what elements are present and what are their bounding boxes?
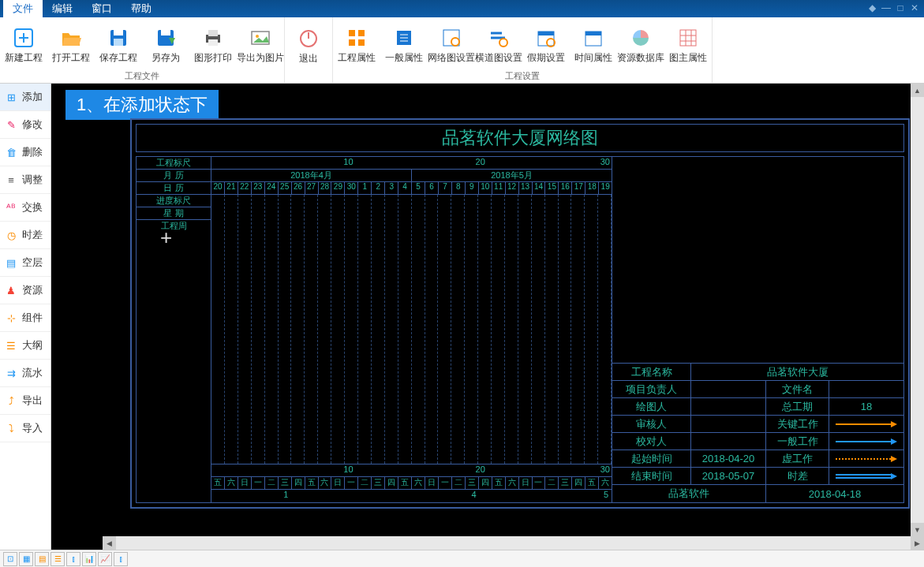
scrollbar-horizontal[interactable]: ◀▶ (103, 536, 924, 550)
person-icon: ♟ (5, 284, 17, 297)
general-prop-button[interactable]: 一般属性 (380, 17, 428, 69)
ribbon-group-label-file: 工程文件 (125, 69, 159, 83)
sidebar-swap[interactable]: ᴬᴮ交换 (0, 194, 51, 222)
svg-rect-32 (585, 32, 601, 35)
scrollbar-vertical[interactable]: ▲▼ (911, 84, 924, 536)
view-mode-4[interactable]: ☰ (51, 552, 65, 566)
net-settings-button[interactable]: 网络图设置 (428, 17, 475, 69)
grid-body[interactable] (211, 195, 612, 464)
sidebar-add[interactable]: ⊞添加 (0, 84, 51, 111)
project-prop-button[interactable]: 工程属性 (333, 17, 380, 69)
sidebar-import[interactable]: ⤵导入 (0, 415, 51, 442)
export-image-button[interactable]: 导出为图片 (237, 17, 284, 69)
svg-rect-15 (349, 30, 355, 36)
diagram-title: 品茗软件大厦网络图 (136, 124, 904, 152)
resource-db-button[interactable]: 资源数据库 (617, 17, 664, 69)
weekday-row: 五六日一二三四五六日一二三四五六日一二三四五六日一二三四五六 (211, 477, 612, 490)
scroll-right-icon[interactable]: ▶ (911, 536, 924, 550)
view-mode-8[interactable]: ⫿ (114, 552, 128, 566)
svg-rect-33 (680, 30, 696, 46)
new-project-button[interactable]: 新建工程 (0, 17, 47, 69)
hdr-week: 星 期 (137, 207, 211, 219)
hdr-progress: 进度标尺 (137, 195, 211, 207)
month-row: 2018年4月2018年5月 (211, 170, 612, 182)
scale-row-bottom: 102030 (211, 464, 612, 477)
view-mode-2[interactable]: ▦ (19, 552, 33, 566)
projweek-row: 145 (211, 490, 612, 502)
hdr-scale: 工程标尺 (137, 157, 211, 169)
component-icon: ⊹ (5, 311, 17, 324)
menubar: 文件 编辑 窗口 帮助 ◆ — □ ✕ (0, 0, 924, 17)
hdr-projweek: 工程周 (137, 220, 211, 233)
svg-rect-18 (358, 39, 365, 46)
view-mode-6[interactable]: 📊 (82, 552, 96, 566)
holiday-settings-button[interactable]: 假期设置 (522, 17, 570, 69)
scroll-left-icon[interactable]: ◀ (103, 536, 116, 550)
sidebar-outline[interactable]: ☰大纲 (0, 332, 51, 360)
export-icon: ⤴ (5, 394, 17, 407)
ribbon: 新建工程 打开工程 保存工程 另存为 图形打印 导出为图片 工程文件 退出 工程… (0, 17, 924, 84)
hdr-month: 月 历 (137, 170, 211, 181)
view-mode-5[interactable]: ⫿ (66, 552, 80, 566)
day-row: 2021222324252627282930123456789101112131… (211, 182, 612, 195)
saveas-button[interactable]: 另存为 (142, 17, 189, 69)
minimize-icon[interactable]: — (880, 2, 892, 14)
open-project-button[interactable]: 打开工程 (47, 17, 95, 69)
svg-rect-5 (114, 39, 123, 46)
plus-icon: ⊞ (5, 91, 17, 103)
network-diagram: 品茗软件大厦网络图 工程标尺 月 历 日 历 进度标尺 星 期 工程周 1020… (130, 118, 910, 509)
sidebar-flow[interactable]: ⇉流水 (0, 360, 51, 387)
sidebar-timediff[interactable]: ◷时差 (0, 222, 51, 249)
svg-rect-16 (358, 30, 365, 36)
slider-icon: ≡ (5, 173, 17, 186)
menu-file[interactable]: 文件 (3, 0, 43, 17)
canvas[interactable]: 1、在添加状态下 + 品茗软件大厦网络图 工程标尺 月 历 日 历 进度标尺 星… (51, 84, 924, 550)
statusbar: ⊡ ▦ ▤ ☰ ⫿ 📊 📈 ⫿ (0, 550, 924, 567)
sidebar-component[interactable]: ⊹组件 (0, 304, 51, 332)
ribbon-group-label-settings: 工程设置 (505, 69, 540, 83)
swap-icon: ᴬᴮ (5, 201, 17, 214)
svg-rect-4 (114, 30, 123, 35)
hdr-day: 日 历 (137, 182, 211, 194)
edit-icon: ✎ (5, 118, 17, 131)
close-icon[interactable]: ✕ (908, 2, 921, 14)
svg-rect-9 (208, 30, 218, 36)
view-mode-3[interactable]: ▤ (35, 552, 49, 566)
import-icon: ⤵ (5, 422, 17, 435)
print-button[interactable]: 图形打印 (189, 17, 237, 69)
sidebar-export[interactable]: ⤴导出 (0, 387, 51, 415)
menu-edit[interactable]: 编辑 (43, 0, 82, 17)
sidebar: ⊞添加 ✎修改 🗑删除 ≡调整 ᴬᴮ交换 ◷时差 ▤空层 ♟资源 ⊹组件 ☰大纲… (0, 84, 51, 550)
list-icon: ☰ (5, 339, 17, 352)
menu-window[interactable]: 窗口 (82, 0, 122, 17)
maximize-icon[interactable]: □ (894, 2, 907, 14)
sidebar-modify[interactable]: ✎修改 (0, 111, 51, 139)
bar-settings-button[interactable]: 横道图设置 (475, 17, 522, 69)
trash-icon: 🗑 (5, 146, 17, 159)
view-mode-1[interactable]: ⊡ (3, 552, 17, 566)
svg-rect-7 (161, 30, 170, 35)
svg-point-27 (499, 39, 507, 47)
sidebar-layer[interactable]: ▤空层 (0, 249, 51, 277)
view-mode-7[interactable]: 📈 (98, 552, 112, 566)
exit-button[interactable]: 退出 (285, 17, 332, 72)
sidebar-adjust[interactable]: ≡调整 (0, 166, 51, 194)
svg-point-12 (256, 35, 259, 38)
scroll-up-icon[interactable]: ▲ (911, 84, 924, 97)
time-prop-button[interactable]: 时间属性 (570, 17, 617, 69)
flow-icon: ⇉ (5, 367, 17, 379)
svg-rect-17 (349, 39, 355, 46)
info-table: 工程名称品茗软件大厦 项目负责人文件名 绘图人总工期18 审核人关键工作 校对人… (612, 363, 903, 502)
scale-row-top: 102030 (211, 157, 612, 170)
hint-banner: 1、在添加状态下 (65, 90, 219, 120)
svg-rect-29 (538, 32, 554, 35)
sidebar-resource[interactable]: ♟资源 (0, 277, 51, 304)
save-project-button[interactable]: 保存工程 (95, 17, 142, 69)
clock-icon: ◷ (5, 229, 17, 241)
svg-rect-10 (208, 39, 218, 46)
legend-prop-button[interactable]: 图主属性 (664, 17, 712, 69)
sidebar-delete[interactable]: 🗑删除 (0, 139, 51, 166)
menu-help[interactable]: 帮助 (122, 0, 161, 17)
scroll-down-icon[interactable]: ▼ (911, 523, 924, 536)
svg-point-24 (451, 38, 459, 46)
